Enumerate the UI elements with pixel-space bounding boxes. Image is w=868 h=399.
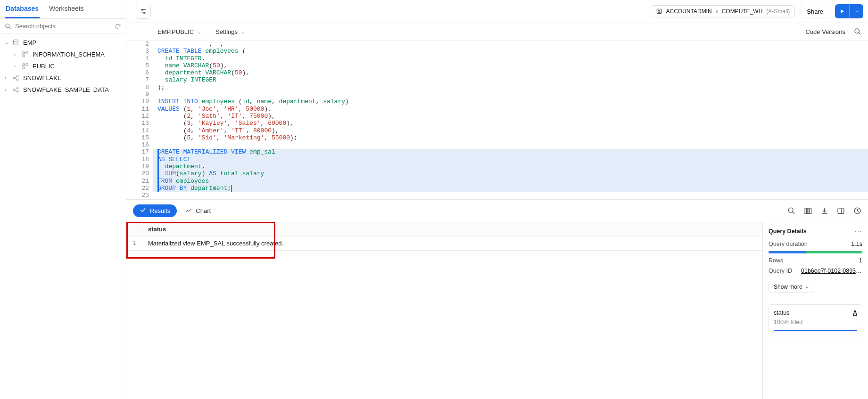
warehouse-name: COMPUTE_WH xyxy=(722,8,763,15)
tab-chart[interactable]: Chart xyxy=(185,207,211,214)
sql-editor[interactable]: 234567891011121314151617181920212223 , ,… xyxy=(126,40,868,199)
results-tab-bar: Results Chart xyxy=(126,199,868,222)
svg-line-29 xyxy=(859,33,860,34)
worksheet-search-icon[interactable] xyxy=(854,28,861,35)
svg-point-0 xyxy=(6,24,9,27)
svg-point-12 xyxy=(17,75,18,77)
svg-rect-3 xyxy=(23,52,25,54)
code-versions-button[interactable]: Code Versions xyxy=(805,28,845,35)
svg-line-14 xyxy=(15,76,17,78)
role-icon xyxy=(656,8,662,15)
svg-point-2 xyxy=(14,40,18,41)
database-icon xyxy=(12,39,19,46)
rows-value: 1 xyxy=(859,257,862,264)
role-name: ACCOUNTADMIN xyxy=(666,8,712,15)
svg-rect-9 xyxy=(26,64,28,65)
toggle-panel-icon[interactable] xyxy=(837,207,845,215)
svg-line-1 xyxy=(9,27,11,29)
database-shared-icon xyxy=(12,86,19,93)
columns-icon[interactable] xyxy=(804,207,812,215)
tab-worksheets[interactable]: Worksheets xyxy=(48,5,85,18)
role-warehouse-selector[interactable]: ACCOUNTADMIN COMPUTE_WH (X-Small) xyxy=(651,5,795,17)
stat-col-name: status xyxy=(774,309,789,316)
svg-line-15 xyxy=(15,78,17,80)
tree-label: INFORMATION_SCHEMA xyxy=(33,51,105,58)
stat-fill-bar xyxy=(774,330,857,331)
worksheet-header: EMP.PUBLIC⌄ Settings⌄ Code Versions xyxy=(126,23,868,40)
schema-icon xyxy=(22,63,29,70)
search-icon xyxy=(5,23,11,30)
refresh-icon[interactable] xyxy=(115,23,121,30)
cell-status: Materialized view EMP_SAL successfully c… xyxy=(143,236,288,250)
svg-rect-5 xyxy=(23,55,25,57)
tab-databases[interactable]: Databases xyxy=(5,5,40,18)
tree-label: EMP xyxy=(23,39,36,46)
download-icon[interactable] xyxy=(820,207,828,215)
run-options-button[interactable] xyxy=(849,4,863,18)
settings-selector[interactable]: Settings⌄ xyxy=(215,28,245,35)
rows-label: Rows xyxy=(769,257,783,264)
svg-line-31 xyxy=(793,212,794,213)
tree-item-public[interactable]: › PUBLIC xyxy=(0,60,126,72)
details-title: Query Details xyxy=(769,228,807,235)
results-grid[interactable]: status 1 Materialized view EMP_SAL succe… xyxy=(126,222,762,399)
svg-point-28 xyxy=(855,29,859,33)
tree-item-sample-data[interactable]: › SNOWFLAKE_SAMPLE_DATA xyxy=(0,84,126,96)
svg-point-30 xyxy=(788,208,793,212)
tree-label: SNOWFLAKE xyxy=(23,74,62,81)
svg-line-19 xyxy=(15,88,17,90)
share-button[interactable]: Share xyxy=(800,5,830,18)
tree-item-snowflake[interactable]: › SNOWFLAKE xyxy=(0,72,126,84)
run-button[interactable] xyxy=(835,4,849,18)
details-menu-icon[interactable]: ⋯ xyxy=(854,227,862,236)
context-selector[interactable]: EMP.PUBLIC⌄ xyxy=(157,28,201,35)
warehouse-size: (X-Small) xyxy=(766,8,790,15)
topbar: ACCOUNTADMIN COMPUTE_WH (X-Small) Share xyxy=(126,0,868,23)
svg-rect-33 xyxy=(807,208,809,213)
qid-label: Query ID xyxy=(769,268,792,274)
svg-rect-10 xyxy=(23,67,25,69)
svg-point-17 xyxy=(17,87,18,89)
show-more-button[interactable]: Show more⌄ xyxy=(769,281,814,293)
duration-value: 1.1s xyxy=(851,241,862,247)
results-body: status 1 Materialized view EMP_SAL succe… xyxy=(126,222,868,399)
table-row[interactable]: 1 Materialized view EMP_SAL successfully… xyxy=(126,236,762,251)
svg-point-13 xyxy=(17,79,18,81)
duration-label: Query duration xyxy=(769,241,808,247)
svg-point-16 xyxy=(13,89,15,91)
search-input[interactable] xyxy=(15,23,115,30)
grid-corner xyxy=(126,222,143,236)
svg-rect-34 xyxy=(810,208,811,213)
row-number: 1 xyxy=(126,236,143,250)
separator-dot xyxy=(716,10,718,13)
svg-rect-4 xyxy=(26,52,28,54)
tab-results[interactable]: Results xyxy=(133,204,177,217)
object-tree: ⌄ EMP › INFORMATION_SCHEMA › PUBLIC › SN… xyxy=(0,34,126,98)
tree-item-info-schema[interactable]: › INFORMATION_SCHEMA xyxy=(0,49,126,60)
search-results-icon[interactable] xyxy=(787,207,795,215)
qid-value[interactable]: 01b6ee7f-0102-0893-0... xyxy=(801,268,862,274)
query-details-panel: Query Details ⋯ Query duration 1.1s Rows… xyxy=(762,222,868,399)
svg-line-20 xyxy=(15,90,17,91)
svg-point-18 xyxy=(17,90,18,92)
column-header-status[interactable]: status xyxy=(143,222,275,236)
column-stat-card[interactable]: status A 100% filled xyxy=(769,304,862,336)
schema-icon xyxy=(22,51,29,58)
tree-item-emp[interactable]: ⌄ EMP xyxy=(0,37,126,49)
sidebar: Databases Worksheets ⌄ EMP › INFORMATION… xyxy=(0,0,126,399)
svg-point-26 xyxy=(658,10,660,11)
duration-bar xyxy=(769,251,862,253)
history-icon[interactable] xyxy=(853,207,861,215)
tree-label: SNOWFLAKE_SAMPLE_DATA xyxy=(23,86,109,93)
svg-rect-8 xyxy=(23,64,25,65)
svg-rect-37 xyxy=(838,208,844,213)
stat-fill: 100% filled xyxy=(774,319,857,326)
tree-label: PUBLIC xyxy=(33,63,55,70)
svg-point-11 xyxy=(13,77,15,79)
database-shared-icon xyxy=(12,74,19,81)
svg-marker-27 xyxy=(841,9,844,13)
stat-type-icon: A xyxy=(853,309,857,316)
settings-icon-button[interactable] xyxy=(136,4,151,19)
svg-rect-32 xyxy=(805,208,807,213)
